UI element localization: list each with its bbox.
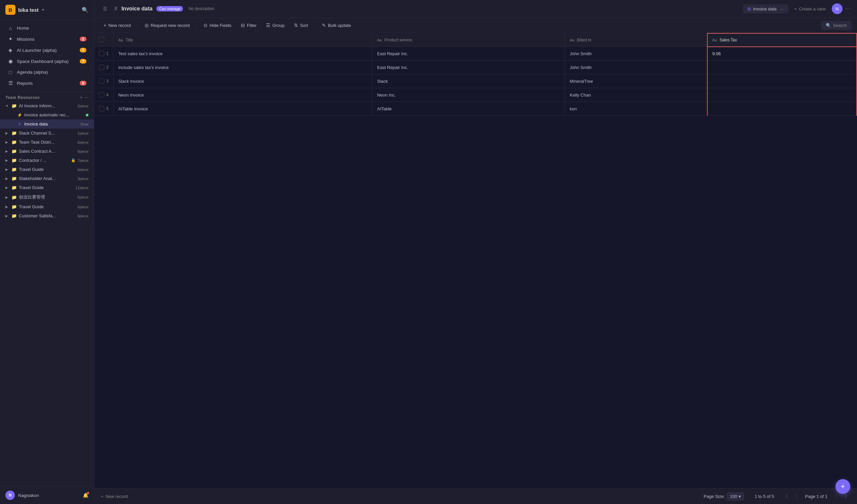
billed-to-column-header[interactable]: Aa Billed to: [565, 33, 707, 47]
sidebar-item-ai-launcher[interactable]: ◈ AI Launcher (alpha) 7: [2, 45, 92, 55]
filter-icon: ⊟: [241, 22, 245, 28]
title-cell[interactable]: Include sales tax's invoice: [113, 61, 372, 74]
sidebar-search-icon[interactable]: 🔍: [82, 7, 88, 13]
table-row[interactable]: 1Text sales tax's invoiceEast Repair Inc…: [94, 47, 857, 61]
create-view-plus-icon: +: [794, 6, 797, 12]
billed-to-cell[interactable]: MineralTree: [565, 74, 707, 88]
sidebar-item-agenda[interactable]: □ Agenda (alpha): [2, 67, 92, 78]
workspace-chevron-icon[interactable]: ▾: [42, 7, 44, 12]
create-view-button[interactable]: + Create a view: [791, 4, 829, 14]
workspace-icon[interactable]: B: [5, 5, 15, 15]
sales-tax-cell[interactable]: [707, 74, 857, 88]
request-record-button[interactable]: ◎ Request new record: [140, 20, 194, 30]
title-cell[interactable]: Slack Invoice: [113, 74, 372, 88]
tree-item-startup[interactable]: ▶ 📁 创业比赛管理 5piece: [0, 192, 94, 202]
product-service-cell[interactable]: East Repair Inc.: [372, 47, 565, 61]
fab-button[interactable]: +: [836, 479, 850, 494]
hide-fields-button[interactable]: ⊙ Hide Fields: [199, 20, 235, 30]
tree-item-invoice-auto[interactable]: ⚡ Invoice automatic rec...: [0, 110, 94, 119]
checkbox-header[interactable]: [94, 33, 113, 47]
section-title: Team Resources: [5, 95, 40, 100]
tree-item-sales-contract[interactable]: ▶ 📁 Sales Contract A... 6piece: [0, 147, 94, 156]
sidebar-item-missions[interactable]: ✦ Missions 2: [2, 34, 92, 45]
billed-to-cell[interactable]: John Smith: [565, 47, 707, 61]
row-checkbox[interactable]: [99, 79, 104, 84]
tree-item-slack-channel[interactable]: ▶ 📁 Slack Channel S... 1piece: [0, 129, 94, 138]
row-number: 2: [106, 65, 108, 70]
new-record-footer-button[interactable]: + New record: [101, 494, 128, 499]
row-checkbox[interactable]: [99, 65, 104, 70]
add-section-icon[interactable]: +: [80, 95, 83, 100]
search-button[interactable]: 🔍 Search: [821, 21, 852, 30]
product-service-cell[interactable]: East Repair Inc.: [372, 61, 565, 74]
product-service-col-label: Product service: [384, 38, 413, 43]
row-checkbox[interactable]: [99, 106, 104, 111]
prev-page-button[interactable]: ⟨: [792, 492, 801, 501]
current-view-tab[interactable]: ⊞ Invoice data ···: [743, 4, 788, 14]
toolbar-divider-3: [315, 22, 315, 29]
row-checkbox[interactable]: [99, 51, 104, 56]
tree-item-label: Travel Guide: [19, 185, 73, 190]
sidebar-item-home[interactable]: ⌂ Home: [2, 23, 92, 33]
product-service-cell[interactable]: AITable: [372, 102, 565, 116]
pagination-info: 1 to 5 of 5: [755, 494, 774, 499]
tree-item-ai-invoice[interactable]: ▼ 📁 AI Invoice Inform... 2piece: [0, 101, 94, 110]
hide-fields-label: Hide Fields: [209, 23, 231, 28]
sales-tax-cell[interactable]: 9.06: [707, 47, 857, 61]
expand-icon: ▶: [5, 214, 10, 218]
more-section-icon[interactable]: ···: [84, 95, 88, 100]
tree-item-travel-guide-1[interactable]: ▶ 📁 Travel Guide 6piece: [0, 165, 94, 174]
page-size-dropdown[interactable]: 100 ▾: [727, 492, 744, 500]
next-page-button[interactable]: ⟩: [831, 492, 840, 501]
section-actions[interactable]: + ···: [80, 95, 88, 100]
topbar-more-button[interactable]: ···: [845, 6, 852, 12]
view-tab-more[interactable]: ···: [780, 6, 784, 12]
sales-tax-cell[interactable]: [707, 61, 857, 74]
new-record-button[interactable]: + New record: [100, 20, 135, 30]
tree-item-customer-satisfa[interactable]: ▶ 📁 Customer Satisfa... 6piece: [0, 211, 94, 220]
bulk-update-button[interactable]: ✎ Bulk update: [318, 20, 355, 30]
notification-bell[interactable]: 🔔: [83, 492, 88, 498]
filter-button[interactable]: ⊟ Filter: [237, 20, 261, 30]
request-record-label: Request new record: [151, 23, 190, 28]
tree-item-travel-guide-2[interactable]: ▶ 📁 Travel Guide 11piece: [0, 183, 94, 192]
table-row[interactable]: 3Slack InvoiceSlackMineralTree: [94, 74, 857, 88]
table-row[interactable]: 4Neon InvoiceNeon Inc.Kelly Chan: [94, 88, 857, 102]
reports-badge: 5: [80, 81, 86, 85]
title-column-header[interactable]: Aa Title: [113, 33, 372, 47]
sales-tax-cell[interactable]: [707, 102, 857, 116]
tree-item-stakeholder[interactable]: ▶ 📁 Stakeholder Anal... 3piece: [0, 174, 94, 183]
expand-icon: ▶: [5, 140, 10, 144]
first-page-button[interactable]: ⟪: [782, 492, 791, 501]
hide-fields-icon: ⊙: [203, 22, 207, 28]
title-cell[interactable]: Neon Invoice: [113, 88, 372, 102]
row-checkbox[interactable]: [99, 92, 104, 98]
tree-item-invoice-data[interactable]: # Invoice data 5row: [0, 119, 94, 129]
tree-item-team-task[interactable]: ▶ 📁 Team Task Distri... 6piece: [0, 138, 94, 147]
row-checkbox-cell: 1: [94, 47, 113, 61]
title-cell[interactable]: AITable Invoice: [113, 102, 372, 116]
billed-to-cell[interactable]: kon: [565, 102, 707, 116]
tree-item-contractor[interactable]: ▶ 📁 Contractor / ... 🔒 7piece: [0, 156, 94, 165]
sales-tax-cell[interactable]: [707, 88, 857, 102]
sidebar-item-reports[interactable]: ☰ Reports 5: [2, 78, 92, 88]
sort-button[interactable]: ⇅ Sort: [290, 20, 312, 30]
product-service-cell[interactable]: Neon Inc.: [372, 88, 565, 102]
group-button[interactable]: ☰ Group: [262, 20, 289, 30]
table-row[interactable]: 5AITable InvoiceAITablekon: [94, 102, 857, 116]
sidebar-item-space-dashboard[interactable]: ◉ Space Dashboard (alpha) 7: [2, 56, 92, 67]
tree-item-count: 3piece: [78, 177, 88, 181]
user-avatar: N: [5, 490, 15, 500]
select-all-checkbox[interactable]: [99, 37, 104, 42]
sales-tax-column-header[interactable]: Aa Sales Tax: [707, 33, 857, 47]
toolbar: + New record ◎ Request new record ⊙ Hide…: [94, 18, 857, 33]
billed-to-cell[interactable]: John Smith: [565, 61, 707, 74]
sales-tax-value: 9.06: [712, 51, 721, 56]
title-cell[interactable]: Text sales tax's invoice: [113, 47, 372, 61]
product-service-cell[interactable]: Slack: [372, 74, 565, 88]
sidebar-toggle-button[interactable]: ☰: [100, 3, 110, 14]
product-service-column-header[interactable]: Aa Product service: [372, 33, 565, 47]
billed-to-cell[interactable]: Kelly Chan: [565, 88, 707, 102]
tree-item-travel-guide-3[interactable]: ▶ 📁 Travel Guide 6piece: [0, 202, 94, 211]
table-row[interactable]: 2Include sales tax's invoiceEast Repair …: [94, 61, 857, 74]
